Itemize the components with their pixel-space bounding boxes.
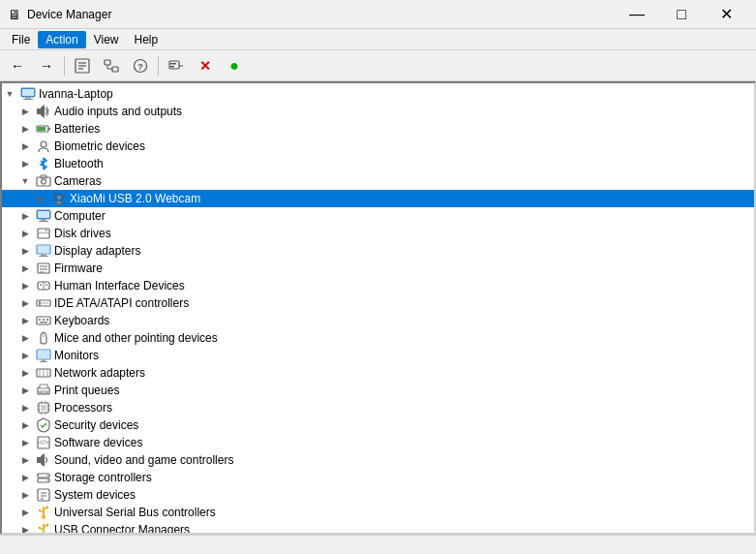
menu-view[interactable]: View xyxy=(86,31,127,48)
tree-expand-hid[interactable]: ▶ xyxy=(17,277,33,294)
tree-expand-sound[interactable]: ▶ xyxy=(17,451,33,469)
tree-item-batteries[interactable]: ▶Batteries xyxy=(2,120,754,138)
tree-item-mice[interactable]: ▶Mice and other pointing devices xyxy=(2,329,754,347)
menu-file[interactable]: File xyxy=(4,31,38,48)
tree-item-usbconn[interactable]: ▶USB Connector Managers xyxy=(2,521,754,535)
tree-item-usb[interactable]: ▶Universal Serial Bus controllers xyxy=(2,504,754,521)
svg-rect-15 xyxy=(25,97,31,99)
svg-point-24 xyxy=(42,179,46,184)
tree-expand-keyboards[interactable]: ▶ xyxy=(17,312,33,329)
tree-expand-network[interactable]: ▶ xyxy=(17,364,33,382)
webcam-icon xyxy=(51,191,67,206)
tree-item-processors[interactable]: ▶Processors xyxy=(2,399,754,416)
tree-label-processors: Processors xyxy=(54,401,112,415)
tree-item-display[interactable]: ▶Display adapters xyxy=(2,242,754,260)
toolbar-properties[interactable] xyxy=(69,53,96,78)
tree-item-hid[interactable]: ▶Human Interface Devices xyxy=(2,277,754,294)
svg-text:?: ? xyxy=(137,62,143,72)
tree-expand-security[interactable]: ▶ xyxy=(17,416,33,434)
tree-label-audio: Audio inputs and outputs xyxy=(54,105,182,118)
tree-item-bluetooth[interactable]: ▶Bluetooth xyxy=(2,155,754,172)
tree-item-computer[interactable]: ▶Computer xyxy=(2,207,754,225)
toolbar-scan[interactable] xyxy=(163,53,190,78)
tree-item-audio[interactable]: ▶Audio inputs and outputs xyxy=(2,103,754,120)
tree-item-cameras[interactable]: ▼Cameras xyxy=(2,172,754,190)
tree-expand-usbconn[interactable]: ▶ xyxy=(17,521,33,535)
tree-expand-monitors[interactable]: ▶ xyxy=(17,347,33,364)
tree-expand-webcam[interactable]: ▶ xyxy=(33,190,48,207)
toolbar-collapse[interactable] xyxy=(98,53,125,78)
main-area: ▼ Ivanna-Laptop ▶Audio inputs and output… xyxy=(0,81,756,535)
svg-text:</>: </> xyxy=(39,439,48,446)
tree-item-software[interactable]: ▶</>Software devices xyxy=(2,434,754,451)
tree-item-firmware[interactable]: ▶Firmware xyxy=(2,260,754,277)
menu-help[interactable]: Help xyxy=(127,31,166,48)
tree-item-storage[interactable]: ▶Storage controllers xyxy=(2,469,754,486)
ide-icon xyxy=(36,295,51,311)
tree-label-webcam: XiaoMi USB 2.0 Webcam xyxy=(70,192,200,205)
close-button[interactable]: ✕ xyxy=(704,0,748,29)
status-bar xyxy=(0,535,756,554)
svg-rect-28 xyxy=(57,201,61,203)
svg-rect-68 xyxy=(40,391,47,393)
tree-item-webcam[interactable]: ▶XiaoMi USB 2.0 Webcam xyxy=(2,190,754,207)
svg-rect-39 xyxy=(41,254,46,256)
tree-expand-ide[interactable]: ▶ xyxy=(17,294,33,312)
tree-label-hid: Human Interface Devices xyxy=(54,279,185,292)
collapse-icon xyxy=(104,58,119,74)
device-tree[interactable]: ▼ Ivanna-Laptop ▶Audio inputs and output… xyxy=(0,81,756,535)
tree-item-sound[interactable]: ▶Sound, video and game controllers xyxy=(2,451,754,469)
tree-expand-audio[interactable]: ▶ xyxy=(17,103,33,120)
tree-label-ide: IDE ATA/ATAPI controllers xyxy=(54,296,189,310)
hid-icon xyxy=(36,278,51,293)
tree-item-keyboards[interactable]: ▶Keyboards xyxy=(2,312,754,329)
toolbar-forward[interactable]: → xyxy=(33,53,60,78)
tree-item-disk[interactable]: ▶Disk drives xyxy=(2,225,754,242)
tree-item-print[interactable]: ▶Print queues xyxy=(2,382,754,399)
toolbar-back[interactable]: ← xyxy=(4,53,31,78)
keyboard-icon xyxy=(36,313,51,328)
tree-item-biometric[interactable]: ▶Biometric devices xyxy=(2,138,754,155)
tree-expand-mice[interactable]: ▶ xyxy=(17,329,33,347)
minimize-button[interactable]: — xyxy=(615,0,659,29)
tree-label-monitors: Monitors xyxy=(54,349,99,362)
menu-action[interactable]: Action xyxy=(38,31,85,48)
tree-expand-cameras[interactable]: ▼ xyxy=(17,172,33,190)
tree-item-security[interactable]: ▶Security devices xyxy=(2,416,754,434)
tree-expand-software[interactable]: ▶ xyxy=(17,434,33,451)
tree-expand-computer[interactable]: ▶ xyxy=(17,207,33,225)
tree-label-biometric: Biometric devices xyxy=(54,139,145,153)
toolbar-uninstall[interactable]: ✕ xyxy=(192,53,219,78)
toolbar-sep-2 xyxy=(158,56,159,76)
tree-expand-storage[interactable]: ▶ xyxy=(17,469,33,486)
tree-label-usbconn: USB Connector Managers xyxy=(54,523,190,535)
tree-expand-biometric[interactable]: ▶ xyxy=(17,138,33,155)
tree-expand-system[interactable]: ▶ xyxy=(17,486,33,504)
tree-expand-usb[interactable]: ▶ xyxy=(17,504,33,521)
tree-root[interactable]: ▼ Ivanna-Laptop xyxy=(2,85,754,103)
svg-point-85 xyxy=(46,479,48,481)
tree-expand-display[interactable]: ▶ xyxy=(17,242,33,260)
tree-expand-bluetooth[interactable]: ▶ xyxy=(17,155,33,172)
svg-rect-38 xyxy=(38,246,49,253)
svg-rect-93 xyxy=(39,509,41,511)
usbconn-icon xyxy=(36,522,51,535)
bluetooth-icon xyxy=(36,156,51,171)
tree-expand-batteries[interactable]: ▶ xyxy=(17,120,33,138)
root-expand-icon[interactable]: ▼ xyxy=(2,85,17,103)
monitor-icon xyxy=(36,348,51,363)
tree-expand-firmware[interactable]: ▶ xyxy=(17,260,33,277)
tree-expand-disk[interactable]: ▶ xyxy=(17,225,33,242)
toolbar-update[interactable]: ● xyxy=(221,53,248,78)
tree-item-network[interactable]: ▶Network adapters xyxy=(2,364,754,382)
window-controls: — □ ✕ xyxy=(615,0,748,29)
tree-expand-print[interactable]: ▶ xyxy=(17,382,33,399)
disk-icon xyxy=(36,226,51,241)
usb-icon xyxy=(36,505,51,520)
tree-item-ide[interactable]: ▶IDE ATA/ATAPI controllers xyxy=(2,294,754,312)
maximize-button[interactable]: □ xyxy=(659,0,704,29)
tree-item-system[interactable]: ▶System devices xyxy=(2,486,754,504)
toolbar-help[interactable]: ? xyxy=(127,53,154,78)
tree-item-monitors[interactable]: ▶Monitors xyxy=(2,347,754,364)
tree-expand-processors[interactable]: ▶ xyxy=(17,399,33,416)
